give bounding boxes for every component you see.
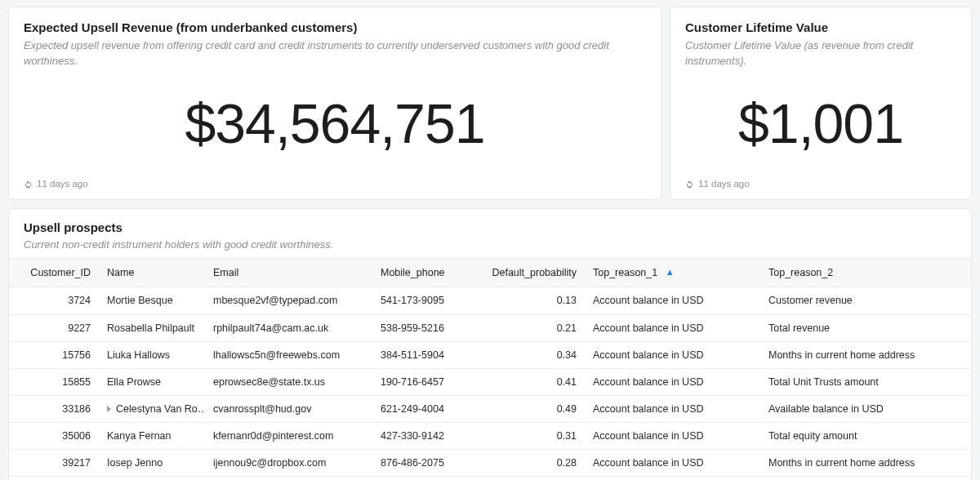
cell-customer-id: 3724 bbox=[9, 287, 99, 314]
cell-email: ajandourekw4h@berkeley.edu bbox=[205, 477, 372, 480]
kpi-footer: 11 days ago bbox=[685, 174, 956, 191]
prospects-table: Customer_ID Name Email Mobile_phone Defa… bbox=[9, 258, 971, 480]
col-email[interactable]: Email bbox=[205, 259, 372, 287]
cell-email: eprowsec8e@state.tx.us bbox=[205, 368, 372, 395]
cell-top-reason-2: Months in current home address bbox=[760, 450, 971, 477]
kpi-subtitle: Customer Lifetime Value (as revenue from… bbox=[685, 38, 942, 69]
cell-email: kfernanr0d@pinterest.com bbox=[205, 423, 372, 450]
kpi-card-clv[interactable]: Customer Lifetime Value Customer Lifetim… bbox=[670, 7, 972, 200]
col-customer-id[interactable]: Customer_ID bbox=[9, 259, 99, 287]
cell-name-text: Celestyna Van Ro… bbox=[116, 402, 205, 416]
cell-name: Kanya Fernan bbox=[99, 423, 205, 450]
kpi-updated: 11 days ago bbox=[37, 177, 88, 191]
cell-email: mbesque2vf@typepad.com bbox=[205, 287, 372, 314]
cell-email: rphilpault74a@cam.ac.uk bbox=[205, 314, 372, 341]
table-header-row: Customer_ID Name Email Mobile_phone Defa… bbox=[9, 259, 971, 287]
col-top-reason-1[interactable]: Top_reason_1 ▲ bbox=[585, 259, 760, 287]
col-default-probability[interactable]: Default_probability bbox=[474, 259, 585, 287]
table-row[interactable]: 35006Kanya Fernankfernanr0d@pinterest.co… bbox=[9, 423, 971, 450]
cell-email: cvanrossplt@hud.gov bbox=[205, 395, 372, 422]
kpi-card-upsell-revenue[interactable]: Expected Upsell Revenue (from underbanke… bbox=[8, 7, 662, 200]
cell-default-probability: 0.46 bbox=[474, 477, 585, 480]
col-top-reason-2[interactable]: Top_reason_2 bbox=[760, 259, 971, 287]
cell-top-reason-2: Total revenue bbox=[760, 477, 971, 480]
col-mobile-phone[interactable]: Mobile_phone bbox=[372, 259, 474, 287]
cell-mobile-phone: 538-959-5216 bbox=[372, 314, 474, 341]
cell-customer-id: 15756 bbox=[9, 341, 99, 368]
table-subtitle: Current non-credit instrument holders wi… bbox=[24, 238, 910, 253]
cell-name-text: Ella Prowse bbox=[107, 375, 161, 389]
cell-default-probability: 0.28 bbox=[474, 450, 585, 477]
table-row[interactable]: 41634Abagael Jandour…ajandourekw4h@berke… bbox=[9, 477, 971, 480]
cell-name-text: Rosabella Philpault bbox=[107, 321, 194, 336]
cell-top-reason-1: Account balance in USD bbox=[585, 287, 760, 314]
cell-top-reason-1: Account balance in USD bbox=[585, 423, 760, 450]
cell-default-probability: 0.34 bbox=[474, 341, 585, 368]
cell-name: Iosep Jenno bbox=[99, 450, 205, 477]
table-card-upsell-prospects: Upsell prospects Current non-credit inst… bbox=[8, 208, 972, 480]
cell-customer-id: 35006 bbox=[9, 423, 99, 450]
cell-customer-id: 41634 bbox=[9, 477, 99, 480]
refresh-icon bbox=[685, 180, 694, 189]
dashboard: Expected Upsell Revenue (from underbanke… bbox=[0, 0, 980, 480]
cell-mobile-phone: 427-330-9142 bbox=[372, 423, 474, 450]
kpi-title: Customer Lifetime Value bbox=[685, 19, 956, 37]
table-row[interactable]: 3724Mortie Besquembesque2vf@typepad.com5… bbox=[9, 287, 971, 314]
kpi-subtitle: Expected upsell revenue from offering cr… bbox=[24, 38, 615, 69]
cell-top-reason-1: Account balance in USD bbox=[585, 395, 760, 422]
cell-top-reason-1: Account balance in USD bbox=[585, 368, 760, 395]
kpi-value: $1,001 bbox=[685, 69, 956, 174]
cell-mobile-phone: 876-486-2075 bbox=[372, 450, 474, 477]
table-row[interactable]: 15756Liuka Hallowslhallowsc5n@freewebs.c… bbox=[9, 341, 971, 368]
kpi-title: Expected Upsell Revenue (from underbanke… bbox=[24, 19, 646, 37]
cell-mobile-phone: 621-249-4004 bbox=[372, 395, 474, 422]
cell-name: Ella Prowse bbox=[99, 368, 205, 395]
cell-default-probability: 0.41 bbox=[474, 368, 585, 395]
cell-default-probability: 0.31 bbox=[474, 423, 585, 450]
col-name[interactable]: Name bbox=[99, 259, 205, 287]
table-row[interactable]: 39217Iosep Jennoijennou9c@dropbox.com876… bbox=[9, 450, 971, 477]
kpi-updated: 11 days ago bbox=[698, 177, 750, 191]
expand-row-icon[interactable] bbox=[107, 406, 111, 412]
cell-top-reason-2: Total Unit Trusts amount bbox=[760, 368, 971, 395]
table-row[interactable]: 9227Rosabella Philpaultrphilpault74a@cam… bbox=[9, 314, 971, 341]
kpi-footer: 11 days ago bbox=[24, 174, 646, 191]
refresh-icon bbox=[24, 180, 33, 189]
cell-name: Abagael Jandour… bbox=[99, 477, 205, 480]
cell-mobile-phone: 384-511-5904 bbox=[372, 341, 474, 368]
cell-name: Liuka Hallows bbox=[99, 341, 205, 368]
cell-top-reason-1: Account balance in USD bbox=[585, 477, 760, 480]
sort-ascending-icon: ▲ bbox=[666, 267, 675, 277]
cell-mobile-phone: 190-716-6457 bbox=[372, 368, 474, 395]
cell-top-reason-1: Account balance in USD bbox=[585, 450, 760, 477]
table-title: Upsell prospects bbox=[24, 219, 956, 237]
cell-customer-id: 39217 bbox=[9, 450, 99, 477]
cell-customer-id: 15855 bbox=[9, 368, 99, 395]
cell-default-probability: 0.49 bbox=[474, 395, 585, 422]
cell-mobile-phone: 438-649-4724 bbox=[372, 477, 474, 480]
cell-default-probability: 0.21 bbox=[474, 314, 585, 341]
kpi-value: $34,564,751 bbox=[24, 69, 646, 174]
cell-email: lhallowsc5n@freewebs.com bbox=[205, 341, 372, 368]
table-row[interactable]: 33186Celestyna Van Ro…cvanrossplt@hud.go… bbox=[9, 395, 971, 422]
cell-top-reason-2: Customer revenue bbox=[760, 287, 971, 314]
table-row[interactable]: 15855Ella Prowseeprowsec8e@state.tx.us19… bbox=[9, 368, 971, 395]
cell-name: Mortie Besque bbox=[99, 287, 205, 314]
cell-mobile-phone: 541-173-9095 bbox=[372, 287, 474, 314]
cell-top-reason-2: Total revenue bbox=[760, 314, 971, 341]
cell-name-text: Mortie Besque bbox=[107, 293, 173, 308]
cell-top-reason-2: Months in current home address bbox=[760, 341, 971, 368]
cell-top-reason-1: Account balance in USD bbox=[585, 314, 760, 341]
cell-top-reason-2: Available balance in USD bbox=[760, 395, 971, 422]
cell-name: Celestyna Van Ro… bbox=[99, 395, 205, 422]
cell-customer-id: 33186 bbox=[9, 395, 99, 422]
cell-default-probability: 0.13 bbox=[474, 287, 585, 314]
cell-name: Rosabella Philpault bbox=[99, 314, 205, 341]
cell-customer-id: 9227 bbox=[9, 314, 99, 341]
cell-email: ijennou9c@dropbox.com bbox=[205, 450, 372, 477]
col-top-reason-1-label: Top_reason_1 bbox=[593, 267, 657, 278]
cell-name-text: Liuka Hallows bbox=[107, 348, 170, 362]
cell-name-text: Iosep Jenno bbox=[107, 456, 163, 470]
cell-name-text: Kanya Fernan bbox=[107, 429, 172, 443]
kpi-row: Expected Upsell Revenue (from underbanke… bbox=[8, 7, 972, 200]
